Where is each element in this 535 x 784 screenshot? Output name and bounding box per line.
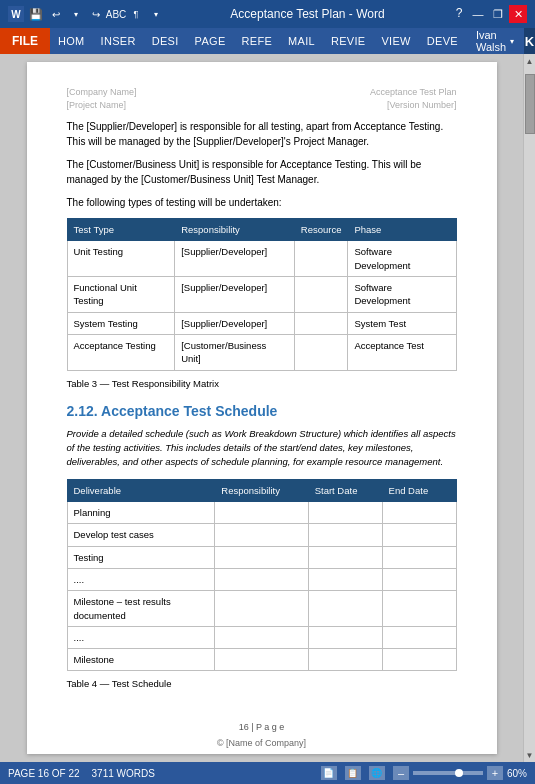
cell-phase: Acceptance Test [348, 334, 456, 370]
zoom-thumb [455, 769, 463, 777]
version-number: [Version Number] [370, 99, 456, 112]
cell-test-type: Functional Unit Testing [67, 277, 175, 313]
table-row: Testing [67, 546, 456, 568]
user-dropdown-icon: ▾ [510, 37, 514, 46]
cell-start [308, 502, 382, 524]
cell-start [308, 649, 382, 671]
table-row: Milestone – test results documented [67, 591, 456, 627]
read-mode-button[interactable]: 📋 [345, 766, 361, 780]
section-heading-212: 2.12. Acceptance Test Schedule [67, 402, 457, 422]
web-view-button[interactable]: 🌐 [369, 766, 385, 780]
footer-company: © [Name of Company] [67, 737, 457, 750]
tab-review[interactable]: REVIE [323, 28, 374, 54]
table-row: .... [67, 568, 456, 590]
cell-resource [294, 277, 348, 313]
col-header-responsibility2: Responsibility [215, 479, 308, 501]
restore-button[interactable]: ❐ [489, 5, 507, 23]
tab-developer[interactable]: DEVE [419, 28, 466, 54]
cell-test-type: Unit Testing [67, 241, 175, 277]
cell-responsibility [215, 649, 308, 671]
spell-icon[interactable]: ABC [108, 6, 124, 22]
tab-page[interactable]: PAGE [187, 28, 234, 54]
undo-icon[interactable]: ↩ [48, 6, 64, 22]
status-bar: PAGE 16 OF 22 3711 WORDS 📄 📋 🌐 – + 60% [0, 762, 535, 784]
zoom-percentage: 60% [507, 768, 527, 779]
cell-test-type: Acceptance Testing [67, 334, 175, 370]
document-scroll-area[interactable]: [Company Name] [Project Name] Acceptance… [0, 54, 523, 762]
title-bar: W 💾 ↩ ▾ ↪ ABC ¶ ▾ Acceptance Test Plan -… [0, 0, 535, 28]
table2-caption: Table 4 — Test Schedule [67, 677, 457, 690]
customize-icon[interactable]: ▾ [148, 6, 164, 22]
cell-resource [294, 241, 348, 277]
col-header-phase: Phase [348, 219, 456, 241]
cell-start [308, 568, 382, 590]
zoom-in-button[interactable]: + [487, 766, 503, 780]
cell-resource [294, 334, 348, 370]
redo-icon[interactable]: ↪ [88, 6, 104, 22]
window-title: Acceptance Test Plan - Word [170, 7, 445, 21]
tab-design[interactable]: DESI [144, 28, 187, 54]
vertical-scrollbar[interactable]: ▲ ▼ [523, 54, 535, 762]
cell-deliverable: .... [67, 626, 215, 648]
status-right: 📄 📋 🌐 – + 60% [321, 766, 527, 780]
project-name: [Project Name] [67, 99, 137, 112]
cell-deliverable: Develop test cases [67, 524, 215, 546]
header-left: [Company Name] [Project Name] [67, 86, 137, 111]
section-title: Acceptance Test Schedule [101, 403, 277, 419]
scroll-down-arrow[interactable]: ▼ [524, 748, 536, 762]
zoom-out-button[interactable]: – [393, 766, 409, 780]
table-row: Planning [67, 502, 456, 524]
cell-responsibility: [Supplier/Developer] [175, 241, 295, 277]
cell-start [308, 546, 382, 568]
para-supplier: The [Supplier/Developer] is responsible … [67, 119, 457, 149]
table1-caption: Table 3 — Test Responsibility Matrix [67, 377, 457, 390]
format-icon[interactable]: ¶ [128, 6, 144, 22]
user-menu[interactable]: Ivan Walsh ▾ [466, 28, 524, 54]
ribbon-tabs: HOM INSER DESI PAGE REFE MAIL REVIE VIEW… [50, 28, 466, 54]
zoom-slider[interactable] [413, 771, 483, 775]
cell-phase: Software Development [348, 277, 456, 313]
save-icon[interactable]: 💾 [28, 6, 44, 22]
ribbon: FILE HOM INSER DESI PAGE REFE MAIL REVIE… [0, 28, 535, 54]
table-row: Acceptance Testing [Customer/Business Un… [67, 334, 456, 370]
section-description: Provide a detailed schedule (such as Wor… [67, 427, 457, 468]
cell-end [382, 568, 456, 590]
help-icon[interactable]: ? [451, 5, 467, 21]
tab-references[interactable]: REFE [234, 28, 281, 54]
table-row: Functional Unit Testing [Supplier/Develo… [67, 277, 456, 313]
tab-view[interactable]: VIEW [373, 28, 418, 54]
cell-responsibility: [Supplier/Developer] [175, 312, 295, 334]
col-header-resource: Resource [294, 219, 348, 241]
tab-insert[interactable]: INSER [93, 28, 144, 54]
page-number: 16 | P a g e [67, 721, 457, 734]
title-bar-icons: W 💾 ↩ ▾ ↪ ABC ¶ ▾ [8, 6, 164, 22]
schedule-table: Deliverable Responsibility Start Date En… [67, 479, 457, 672]
cell-start [308, 591, 382, 627]
word-icon: W [8, 6, 24, 22]
cell-end [382, 546, 456, 568]
table-row: Milestone [67, 649, 456, 671]
minimize-button[interactable]: — [469, 5, 487, 23]
company-name: [Company Name] [67, 86, 137, 99]
scroll-up-arrow[interactable]: ▲ [524, 54, 536, 68]
table-row: Unit Testing [Supplier/Developer] Softwa… [67, 241, 456, 277]
table-row: .... [67, 626, 456, 648]
file-button[interactable]: FILE [0, 28, 50, 54]
cell-phase: System Test [348, 312, 456, 334]
col-header-end-date: End Date [382, 479, 456, 501]
cell-end [382, 626, 456, 648]
cell-deliverable: Planning [67, 502, 215, 524]
undo-dropdown-icon[interactable]: ▾ [68, 6, 84, 22]
document-page: [Company Name] [Project Name] Acceptance… [27, 62, 497, 754]
para-customer: The [Customer/Business Unit] is responsi… [67, 157, 457, 187]
page-footer: 16 | P a g e © [Name of Company] [67, 711, 457, 750]
cell-responsibility [215, 568, 308, 590]
user-name: Ivan Walsh [476, 29, 506, 53]
close-button[interactable]: ✕ [509, 5, 527, 23]
cell-deliverable: Milestone [67, 649, 215, 671]
word-count: 3711 WORDS [92, 768, 155, 779]
tab-mail[interactable]: MAIL [280, 28, 323, 54]
print-view-button[interactable]: 📄 [321, 766, 337, 780]
scroll-thumb[interactable] [525, 74, 535, 134]
tab-home[interactable]: HOM [50, 28, 93, 54]
